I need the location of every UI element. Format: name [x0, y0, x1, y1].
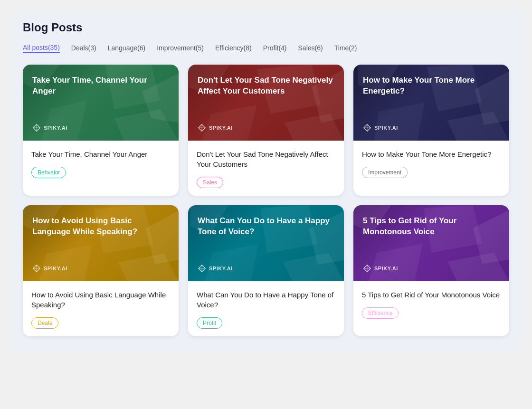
card-tag-3[interactable]: Improvement — [362, 167, 408, 178]
cards-grid: Take Your Time, Channel Your Anger SPIKY… — [23, 65, 509, 336]
card-body-title-5: What Can You Do to Have a Happy Tone of … — [197, 290, 335, 310]
card-logo-4: SPIKY.AI — [32, 264, 169, 273]
filter-tab-profit[interactable]: Profit(4) — [263, 43, 287, 53]
logo-text-4: SPIKY.AI — [44, 266, 67, 271]
card-header-title-3: How to Make Your Tone More Energetic? — [363, 75, 500, 117]
card-body-title-2: Don't Let Your Sad Tone Negatively Affec… — [197, 149, 335, 169]
card-body-4: How to Avoid Using Basic Language While … — [23, 281, 179, 336]
card-body-3: How to Make Your Tone More Energetic? Im… — [353, 141, 509, 186]
card-header-title-6: 5 Tips to Get Rid of Your Monotonous Voi… — [363, 216, 500, 257]
card-tag-6[interactable]: Efficiency — [362, 307, 399, 319]
card-body-title-6: 5 Tips to Get Rid of Your Monotonous Voi… — [362, 290, 501, 300]
blog-card-1[interactable]: Take Your Time, Channel Your Anger SPIKY… — [23, 65, 179, 196]
page-title: Blog Posts — [23, 21, 509, 34]
card-logo-1: SPIKY.AI — [32, 124, 169, 132]
filter-tabs: All posts(35)Deals(3)Language(6)Improvem… — [23, 43, 509, 53]
card-header-5: What Can You Do to Have a Happy Tone of … — [188, 205, 344, 281]
card-tag-5[interactable]: Profit — [197, 317, 222, 329]
filter-tab-all[interactable]: All posts(35) — [23, 43, 60, 53]
card-body-title-4: How to Avoid Using Basic Language While … — [31, 290, 170, 310]
logo-text-5: SPIKY.AI — [209, 266, 233, 271]
blog-card-3[interactable]: How to Make Your Tone More Energetic? SP… — [353, 65, 509, 196]
filter-tab-sales[interactable]: Sales(6) — [298, 43, 323, 53]
logo-text-3: SPIKY.AI — [374, 125, 398, 131]
filter-tab-time[interactable]: Time(2) — [334, 43, 357, 53]
card-header-title-1: Take Your Time, Channel Your Anger — [32, 75, 169, 117]
card-header-2: Don't Let Your Sad Tone Negatively Affec… — [188, 65, 344, 141]
card-body-title-1: Take Your Time, Channel Your Anger — [31, 149, 170, 159]
card-logo-6: SPIKY.AI — [363, 264, 500, 273]
blog-card-5[interactable]: What Can You Do to Have a Happy Tone of … — [188, 205, 344, 336]
card-body-6: 5 Tips to Get Rid of Your Monotonous Voi… — [353, 281, 509, 326]
logo-text-2: SPIKY.AI — [209, 125, 233, 131]
blog-card-4[interactable]: How to Avoid Using Basic Language While … — [23, 205, 179, 336]
card-header-1: Take Your Time, Channel Your Anger SPIKY… — [23, 65, 179, 141]
card-tag-1[interactable]: Behvaior — [31, 167, 66, 178]
card-header-3: How to Make Your Tone More Energetic? SP… — [353, 65, 509, 141]
card-logo-3: SPIKY.AI — [363, 124, 500, 132]
card-logo-2: SPIKY.AI — [198, 124, 334, 132]
filter-tab-efficiency[interactable]: Efficiency(8) — [215, 43, 252, 53]
card-tag-2[interactable]: Sales — [197, 177, 223, 188]
card-tag-4[interactable]: Deals — [31, 317, 58, 329]
filter-tab-deals[interactable]: Deals(3) — [71, 43, 96, 53]
card-body-5: What Can You Do to Have a Happy Tone of … — [188, 281, 344, 336]
blog-card-6[interactable]: 5 Tips to Get Rid of Your Monotonous Voi… — [353, 205, 509, 336]
card-body-2: Don't Let Your Sad Tone Negatively Affec… — [188, 141, 344, 196]
logo-text-1: SPIKY.AI — [44, 125, 67, 131]
card-body-title-3: How to Make Your Tone More Energetic? — [362, 149, 501, 159]
card-header-title-4: How to Avoid Using Basic Language While … — [32, 216, 169, 257]
card-header-6: 5 Tips to Get Rid of Your Monotonous Voi… — [353, 205, 509, 281]
card-header-title-5: What Can You Do to Have a Happy Tone of … — [198, 216, 334, 257]
filter-tab-improvement[interactable]: Improvement(5) — [157, 43, 204, 53]
blog-card-2[interactable]: Don't Let Your Sad Tone Negatively Affec… — [188, 65, 344, 196]
filter-tab-language[interactable]: Language(6) — [108, 43, 145, 53]
card-logo-5: SPIKY.AI — [198, 264, 334, 273]
page-wrapper: Blog Posts All posts(35)Deals(3)Language… — [10, 10, 522, 352]
card-header-title-2: Don't Let Your Sad Tone Negatively Affec… — [198, 75, 334, 117]
logo-text-6: SPIKY.AI — [374, 266, 398, 271]
card-header-4: How to Avoid Using Basic Language While … — [23, 205, 179, 281]
card-body-1: Take Your Time, Channel Your Anger Behva… — [23, 141, 179, 186]
